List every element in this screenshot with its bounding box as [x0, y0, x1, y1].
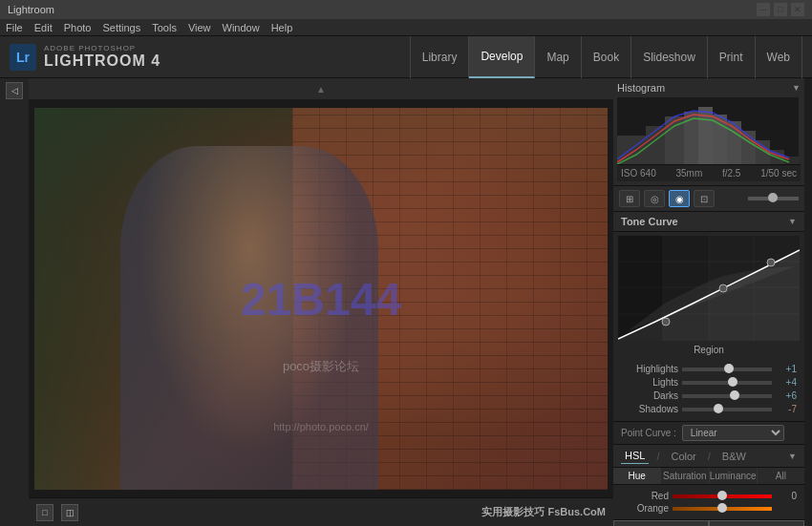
svg-rect-10 — [784, 157, 799, 164]
tool-brush[interactable]: ⊡ — [694, 190, 715, 207]
tool-spot[interactable]: ◎ — [644, 190, 665, 207]
svg-point-21 — [662, 318, 670, 326]
view-mode-single[interactable]: □ — [36, 504, 53, 521]
camera-focal: 35mm — [675, 168, 702, 179]
tool-redeye[interactable]: ◉ — [669, 190, 690, 207]
tab-book[interactable]: Book — [582, 36, 631, 78]
previous-button[interactable]: Previous — [613, 520, 709, 526]
hsl-red-label: Red — [621, 491, 669, 501]
camera-shutter: 1/50 sec — [760, 168, 797, 179]
reset-button[interactable]: Reset — [709, 520, 804, 526]
menu-bar: File Edit Photo Settings Tools View Wind… — [0, 19, 812, 36]
menu-tools[interactable]: Tools — [152, 22, 177, 33]
shadows-thumb[interactable] — [714, 404, 723, 413]
minimize-button[interactable]: ─ — [757, 3, 770, 16]
shadows-value: -7 — [776, 404, 797, 414]
tab-print[interactable]: Print — [708, 36, 756, 78]
menu-help[interactable]: Help — [271, 22, 293, 33]
bottom-bar: □ ◫ 实用摄影技巧 FsBus.CoM — [29, 497, 613, 526]
highlights-value: +1 — [776, 364, 797, 374]
camera-iso: ISO 640 — [621, 168, 656, 179]
right-wrapper: Histogram ▼ — [613, 78, 812, 526]
hsl-red-thumb[interactable] — [717, 491, 727, 500]
logo-area: Lr ADOBE PHOTOSHOP LIGHTROOM 4 — [10, 44, 160, 71]
hsl-subtab-luminance[interactable]: Luminance — [710, 468, 758, 484]
close-button[interactable]: ✕ — [791, 3, 804, 16]
right-scrollbar[interactable] — [804, 78, 812, 526]
darks-label: Darks — [621, 390, 678, 401]
hsl-subtab-saturation[interactable]: Saturation — [661, 468, 709, 484]
hsl-sub-tab-bar: Hue Saturation Luminance All — [613, 468, 804, 485]
highlights-thumb[interactable] — [724, 364, 734, 373]
tool-crop[interactable]: ⊞ — [619, 190, 640, 207]
hsl-orange-label: Orange — [621, 503, 669, 514]
nav-tabs: Library Develop Map Book Slideshow Print… — [410, 36, 802, 78]
histogram-collapse-icon[interactable]: ▼ — [792, 83, 801, 93]
svg-point-22 — [719, 284, 727, 292]
darks-thumb[interactable] — [730, 390, 739, 400]
menu-window[interactable]: Window — [223, 22, 260, 33]
lights-thumb[interactable] — [728, 377, 737, 387]
hsl-red-value: 0 — [776, 491, 797, 501]
app-name: LIGHTROOM 4 — [44, 53, 160, 70]
hsl-red-track[interactable] — [673, 494, 772, 498]
histogram-svg — [617, 97, 799, 164]
region-label: Region — [613, 345, 804, 355]
hsl-subtab-hue[interactable]: Hue — [613, 468, 661, 484]
photo-person — [120, 146, 378, 490]
view-mode-split[interactable]: ◫ — [61, 504, 78, 521]
filmstrip-top: ▲ — [29, 78, 613, 99]
tone-curve-graph — [618, 236, 800, 341]
hsl-slider-red: Red 0 — [621, 491, 797, 501]
histogram-title: Histogram — [617, 82, 665, 94]
hsl-tab-hsl[interactable]: HSL — [621, 448, 649, 464]
top-nav: Lr ADOBE PHOTOSHOP LIGHTROOM 4 Library D… — [0, 36, 812, 78]
tool-row: ⊞ ◎ ◉ ⊡ — [613, 185, 804, 212]
main-area: ◁ ▲ 21B144 poco摄影论坛 http://photo.poco.cn… — [0, 78, 812, 526]
tool-slider-track[interactable] — [748, 197, 799, 200]
hsl-tab-bw[interactable]: B&W — [718, 449, 750, 464]
highlights-track[interactable] — [682, 368, 772, 371]
photo-frame: 21B144 poco摄影论坛 http://photo.poco.cn/ — [34, 108, 608, 490]
hsl-collapse-icon[interactable]: ▼ — [788, 452, 797, 461]
darks-value: +6 — [776, 390, 797, 401]
tab-slideshow[interactable]: Slideshow — [631, 36, 708, 78]
point-curve-select[interactable]: Linear Medium Contrast Strong Contrast — [682, 425, 784, 441]
filmstrip-arrow: ▲ — [316, 84, 326, 95]
hsl-tab-bar: HSL / Color / B&W ▼ — [613, 445, 804, 468]
tone-curve-header[interactable]: Tone Curve ▼ — [613, 212, 804, 232]
tool-slider-thumb[interactable] — [768, 193, 778, 202]
adobe-label: ADOBE PHOTOSHOP — [44, 44, 160, 53]
shadows-label: Shadows — [621, 404, 678, 414]
tab-library[interactable]: Library — [410, 36, 470, 78]
tone-curve-svg — [618, 236, 800, 341]
histogram-header: Histogram ▼ — [617, 82, 801, 94]
tone-curve-sliders: Highlights +1 Lights +4 — [613, 357, 804, 421]
tab-map[interactable]: Map — [535, 36, 581, 78]
left-icon-1[interactable]: ◁ — [6, 82, 23, 99]
lights-track[interactable] — [682, 381, 772, 385]
hsl-orange-thumb[interactable] — [717, 503, 727, 513]
tone-curve-title: Tone Curve — [621, 216, 678, 227]
shadows-track[interactable] — [682, 408, 772, 411]
menu-view[interactable]: View — [188, 22, 211, 33]
menu-settings[interactable]: Settings — [102, 22, 140, 33]
bottom-watermark: 实用摄影技巧 FsBus.CoM — [481, 505, 606, 519]
slider-highlights: Highlights +1 — [621, 364, 797, 374]
slider-darks: Darks +6 — [621, 390, 797, 401]
hsl-subtab-all[interactable]: All — [758, 468, 804, 484]
right-panel: Histogram ▼ — [613, 78, 804, 526]
hsl-orange-track[interactable] — [673, 507, 772, 511]
menu-edit[interactable]: Edit — [34, 22, 53, 33]
hsl-tab-color[interactable]: Color — [667, 449, 699, 464]
hsl-section: HSL / Color / B&W ▼ Hue Saturation Lumin… — [613, 445, 804, 519]
maximize-button[interactable]: □ — [774, 3, 787, 16]
lights-label: Lights — [621, 377, 678, 388]
menu-photo[interactable]: Photo — [64, 22, 92, 33]
tone-curve-section: Tone Curve ▼ — [613, 212, 804, 445]
darks-track[interactable] — [682, 394, 772, 398]
tab-develop[interactable]: Develop — [469, 36, 535, 78]
menu-file[interactable]: File — [6, 22, 23, 33]
tab-web[interactable]: Web — [756, 36, 802, 78]
svg-point-23 — [767, 259, 775, 266]
